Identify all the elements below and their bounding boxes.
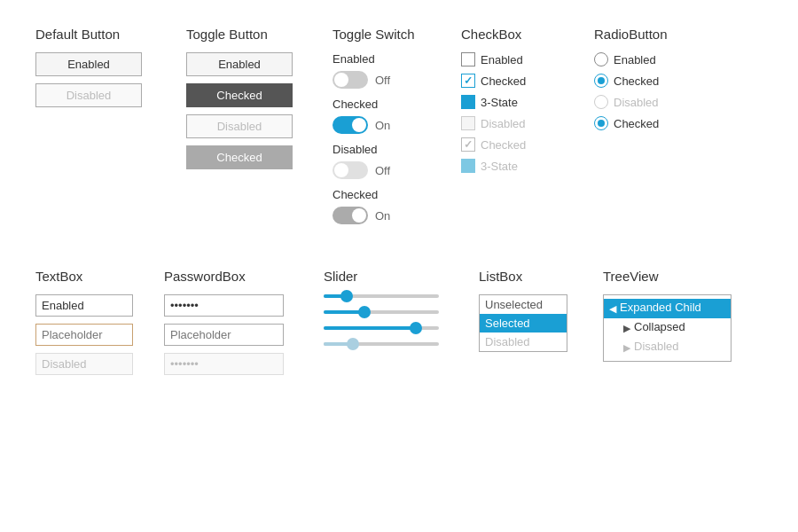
toggle-switch-enabled-row: Off (332, 71, 448, 89)
toggle-switch-checked-label: Checked (332, 98, 448, 111)
checkbox-three-state[interactable] (461, 95, 475, 109)
toggle-button-enabled[interactable]: Enabled (186, 52, 293, 76)
slider-2-container (324, 310, 461, 314)
section-passwordbox: PasswordBox (164, 269, 306, 382)
checkbox-enabled-row[interactable]: Enabled (461, 52, 581, 66)
slider-4-thumb (347, 338, 359, 350)
default-button-title: Default Button (35, 27, 177, 42)
listbox-title: ListBox (479, 269, 585, 284)
checkbox-checked-row[interactable]: Checked (461, 74, 581, 88)
section-default-button: Default Button Enabled Disabled (35, 27, 177, 114)
toggle-switch-disabled-checked (332, 207, 368, 224)
checkbox-three-state-label: 3-State (481, 96, 518, 109)
toggle-switch-checked-row: On (332, 116, 448, 134)
radio-enabled-label: Enabled (614, 53, 656, 66)
toggle-switch-enabled[interactable] (332, 71, 368, 89)
passwordbox-title: PasswordBox (164, 269, 306, 284)
toggle-switch-title: Toggle Switch (332, 27, 448, 42)
slider-1-track[interactable] (324, 294, 439, 298)
radio-checked2-row[interactable]: Checked (594, 116, 709, 130)
treeview-expanded-item[interactable]: ◀ Expanded Child (604, 299, 731, 318)
slider-1-thumb[interactable] (340, 290, 353, 302)
listbox-item-unselected[interactable]: Unselected (480, 295, 567, 314)
checkbox-title: CheckBox (461, 27, 581, 42)
radio-disabled-label: Disabled (614, 96, 659, 109)
toggle-switch-enabled-off-label: Off (375, 74, 390, 87)
radio-checked-label: Checked (614, 74, 659, 88)
slider-4-track (324, 342, 439, 346)
toggle-button-checked-gray[interactable]: Checked (186, 145, 293, 169)
treeview-collapsed-label: Collapsed (634, 320, 685, 333)
section-radio: RadioButton Enabled Checked Disabled Che… (594, 27, 709, 137)
checkbox-checked-label: Checked (481, 74, 526, 88)
treeview-disabled-item: ▶ Disabled (604, 338, 731, 357)
slider-3-fill (324, 326, 416, 330)
radio-checked[interactable] (594, 74, 608, 88)
checkbox-disabled-checked-row: Checked (461, 137, 581, 152)
checkbox-checked[interactable] (461, 74, 475, 88)
section-toggle-switch: Toggle Switch Enabled Off Checked On Dis… (332, 27, 448, 233)
toggle-switch-disabled-checked-label: Checked (332, 188, 448, 201)
toggle-switch-disabled-checked-thumb (352, 208, 366, 223)
radio-enabled[interactable] (594, 52, 608, 66)
checkbox-enabled-label: Enabled (481, 53, 523, 66)
toggle-switch-disabled-thumb (334, 163, 348, 177)
section-toggle-button: Toggle Button Enabled Checked Disabled C… (186, 27, 324, 176)
toggle-switch-disabled-off-label: Off (375, 164, 390, 177)
treeview-collapsed-item[interactable]: ▶ Collapsed (604, 318, 731, 338)
checkbox-disabled-label: Disabled (481, 117, 526, 130)
textbox-placeholder[interactable] (35, 324, 133, 346)
checkbox-disabled-checked-label: Checked (481, 138, 526, 152)
toggle-switch-disabled-row: Off (332, 161, 448, 179)
treeview-disabled-label: Disabled (634, 340, 679, 353)
section-listbox: ListBox Unselected Selected Disabled (479, 269, 585, 352)
default-button-enabled[interactable]: Enabled (35, 52, 142, 76)
slider-2-thumb[interactable] (358, 306, 371, 318)
checkbox-disabled (461, 116, 475, 130)
passwordbox-placeholder[interactable] (164, 324, 284, 346)
default-button-disabled: Disabled (35, 83, 142, 107)
listbox-item-disabled: Disabled (480, 332, 567, 351)
toggle-switch-disabled-on-label: On (375, 209, 390, 223)
treeview-collapsed-arrow: ▶ (623, 320, 630, 336)
radio-checked-row[interactable]: Checked (594, 74, 709, 88)
slider-3-thumb[interactable] (410, 322, 422, 334)
radio-checked2[interactable] (594, 116, 608, 130)
checkbox-three-state-light-row: 3-State (461, 159, 581, 173)
section-slider: Slider (324, 269, 461, 358)
toggle-switch-checked-thumb (352, 118, 366, 132)
section-textbox: TextBox (35, 269, 151, 382)
slider-4-container (324, 342, 461, 346)
toggle-switch-enabled-thumb (334, 73, 348, 87)
radio-disabled (594, 95, 608, 109)
slider-3-container (324, 326, 461, 330)
treeview-expanded-label: Expanded Child (620, 301, 701, 314)
bottom-row: TextBox PasswordBox Slider (35, 269, 771, 382)
textbox-title: TextBox (35, 269, 151, 284)
textbox-enabled[interactable] (35, 294, 133, 317)
radio-enabled-row[interactable]: Enabled (594, 52, 709, 66)
slider-2-track[interactable] (324, 310, 439, 314)
checkbox-three-state-light (461, 159, 475, 173)
main-container: Default Button Enabled Disabled Toggle B… (0, 0, 798, 400)
treeview-title: TreeView (603, 269, 745, 284)
passwordbox-enabled[interactable] (164, 294, 284, 317)
passwordbox-disabled (164, 353, 284, 375)
toggle-switch-checked-on-label: On (375, 119, 390, 132)
checkbox-three-state-row[interactable]: 3-State (461, 95, 581, 109)
treeview: ◀ Expanded Child ▶ Collapsed ▶ Disabled (603, 294, 732, 362)
toggle-button-checked-dark[interactable]: Checked (186, 83, 293, 107)
top-row: Default Button Enabled Disabled Toggle B… (35, 27, 771, 233)
toggle-switch-disabled (332, 161, 368, 179)
toggle-switch-checked[interactable] (332, 116, 368, 134)
slider-3-track[interactable] (324, 326, 439, 330)
radio-checked2-label: Checked (614, 117, 659, 130)
checkbox-disabled-row: Disabled (461, 116, 581, 130)
toggle-switch-enabled-label: Enabled (332, 52, 448, 66)
radio-title: RadioButton (594, 27, 709, 42)
listbox-item-selected[interactable]: Selected (480, 314, 567, 332)
toggle-switch-disabled-checked-row: On (332, 207, 448, 224)
checkbox-enabled[interactable] (461, 52, 475, 66)
toggle-switch-disabled-label: Disabled (332, 143, 448, 156)
slider-title: Slider (324, 269, 461, 284)
